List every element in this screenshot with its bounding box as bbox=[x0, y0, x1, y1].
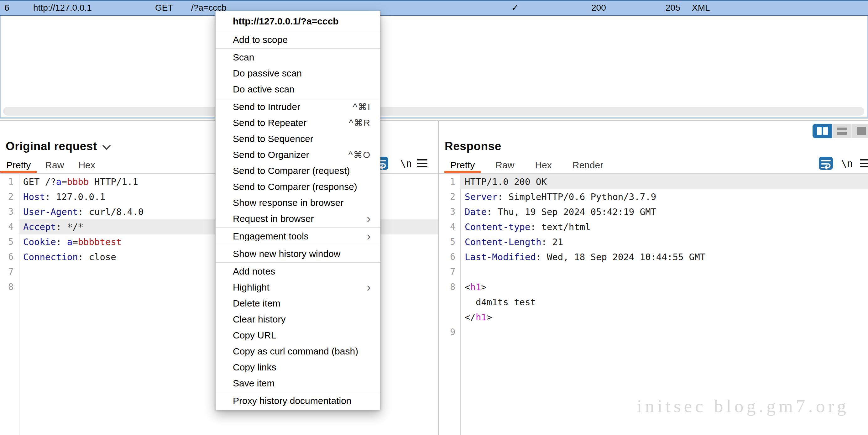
menu-item-label: Do passive scan bbox=[233, 68, 302, 79]
line-number: 3 bbox=[0, 204, 19, 219]
menu-item-label: Send to Repeater bbox=[233, 118, 307, 128]
menu-item-request-in-browser[interactable]: Request in browser› bbox=[216, 211, 380, 226]
menu-item-label: Delete item bbox=[233, 298, 280, 309]
menu-item-clear-history[interactable]: Clear history bbox=[216, 311, 380, 327]
menu-item-show-new-history-window[interactable]: Show new history window bbox=[216, 246, 380, 262]
menu-item-label: Scan bbox=[233, 52, 254, 63]
menu-separator bbox=[216, 48, 380, 49]
context-menu-title: http://127.0.0.1/?a=cccb bbox=[216, 12, 380, 30]
submenu-arrow-icon: › bbox=[367, 231, 371, 241]
code-line: 7 bbox=[439, 265, 868, 280]
editor-menu-icon[interactable] bbox=[417, 159, 427, 167]
menu-item-shortcut: ^⌘O bbox=[348, 150, 371, 160]
line-number: 6 bbox=[0, 249, 19, 265]
menu-item-label: Send to Intruder bbox=[233, 101, 300, 112]
code-line: 8<h1> bbox=[439, 280, 868, 294]
menu-separator bbox=[216, 98, 380, 98]
code-text: Accept: */* bbox=[19, 219, 83, 235]
menu-separator bbox=[216, 31, 380, 31]
menu-item-label: Add notes bbox=[233, 266, 275, 277]
watermark-text: initsec blog.gm7.org bbox=[637, 396, 849, 416]
menu-item-label: Send to Sequencer bbox=[233, 133, 313, 144]
line-number: 4 bbox=[439, 219, 460, 235]
menu-item-label: Show response in browser bbox=[233, 197, 344, 208]
menu-separator bbox=[216, 392, 380, 392]
tab-pretty[interactable]: Pretty bbox=[450, 158, 475, 173]
menu-item-label: Request in browser bbox=[233, 213, 314, 224]
code-text: Cookie: a=bbbbtest bbox=[19, 235, 122, 249]
editor-menu-icon[interactable] bbox=[860, 159, 868, 167]
menu-item-copy-links[interactable]: Copy links bbox=[216, 359, 380, 375]
menu-item-highlight[interactable]: Highlight› bbox=[216, 279, 380, 295]
menu-item-show-response-in-browser[interactable]: Show response in browser bbox=[216, 195, 380, 211]
code-text bbox=[460, 325, 465, 340]
menu-item-add-notes[interactable]: Add notes bbox=[216, 263, 380, 279]
word-wrap-toggle-icon[interactable] bbox=[819, 157, 833, 170]
menu-item-send-to-organizer[interactable]: Send to Organizer^⌘O bbox=[216, 147, 380, 163]
response-panel: Response PrettyRawHexRender \n 1HTTP/1.0… bbox=[439, 121, 868, 435]
menu-item-label: Add to scope bbox=[233, 34, 288, 45]
row-length: 205 bbox=[665, 1, 680, 15]
code-line: 9 bbox=[439, 325, 868, 340]
history-table-body[interactable] bbox=[0, 16, 868, 119]
horizontal-scrollbar[interactable] bbox=[3, 107, 864, 116]
menu-separator bbox=[216, 245, 380, 245]
layout-rows-button[interactable] bbox=[832, 124, 851, 138]
response-tab-bar: PrettyRawHexRender bbox=[439, 158, 868, 174]
tab-hex[interactable]: Hex bbox=[535, 158, 552, 173]
line-number: 9 bbox=[439, 325, 460, 340]
menu-item-send-to-intruder[interactable]: Send to Intruder^⌘I bbox=[216, 99, 380, 115]
code-text: Connection: close bbox=[19, 249, 116, 265]
code-text: GET /?a=bbbb HTTP/1.1 bbox=[19, 174, 138, 189]
tab-render[interactable]: Render bbox=[572, 158, 603, 173]
menu-item-shortcut: ^⌘R bbox=[349, 118, 371, 128]
menu-item-shortcut: ^⌘I bbox=[353, 101, 371, 112]
splitter-line bbox=[0, 120, 868, 121]
menu-item-delete-item[interactable]: Delete item bbox=[216, 295, 380, 311]
code-line: 3Date: Thu, 19 Sep 2024 05:42:19 GMT bbox=[439, 204, 868, 219]
row-id: 6 bbox=[4, 1, 9, 15]
context-menu: http://127.0.0.1/?a=cccb Add to scopeSca… bbox=[215, 11, 380, 410]
menu-item-label: Send to Comparer (response) bbox=[233, 182, 357, 192]
history-table-row-selected[interactable]: 6 http://127.0.0.1 GET /?a=cccb ✓ 200 20… bbox=[0, 0, 868, 16]
line-number: 7 bbox=[439, 265, 460, 280]
tab-pretty[interactable]: Pretty bbox=[6, 158, 31, 173]
line-number: 7 bbox=[0, 265, 19, 280]
panel-splitter[interactable] bbox=[438, 121, 439, 435]
show-newlines-toggle[interactable]: \n bbox=[841, 158, 852, 169]
line-number: 1 bbox=[439, 174, 460, 189]
response-title-row: Response bbox=[445, 139, 501, 154]
show-newlines-toggle[interactable]: \n bbox=[400, 158, 412, 169]
menu-item-scan[interactable]: Scan bbox=[216, 49, 380, 65]
row-host: http://127.0.0.1 bbox=[33, 1, 92, 15]
menu-item-add-to-scope[interactable]: Add to scope bbox=[216, 32, 380, 48]
chevron-down-icon bbox=[102, 145, 111, 150]
tab-raw[interactable]: Raw bbox=[495, 158, 514, 173]
line-number bbox=[439, 294, 460, 310]
code-text: <h1> bbox=[460, 280, 487, 294]
submenu-arrow-icon: › bbox=[367, 214, 371, 223]
menu-item-do-active-scan[interactable]: Do active scan bbox=[216, 81, 380, 97]
row-status-code: 200 bbox=[591, 1, 606, 15]
menu-item-copy-as-curl-command-bash[interactable]: Copy as curl command (bash) bbox=[216, 343, 380, 359]
menu-item-save-item[interactable]: Save item bbox=[216, 375, 380, 391]
menu-item-send-to-comparer-request[interactable]: Send to Comparer (request) bbox=[216, 163, 380, 179]
menu-item-do-passive-scan[interactable]: Do passive scan bbox=[216, 65, 380, 81]
code-text: User-Agent: curl/8.4.0 bbox=[19, 204, 144, 219]
menu-item-send-to-repeater[interactable]: Send to Repeater^⌘R bbox=[216, 115, 380, 131]
menu-item-label: Copy as curl command (bash) bbox=[233, 346, 358, 356]
line-number bbox=[439, 310, 460, 325]
menu-separator bbox=[216, 227, 380, 227]
menu-item-label: Engagement tools bbox=[233, 231, 309, 242]
menu-item-send-to-comparer-response[interactable]: Send to Comparer (response) bbox=[216, 179, 380, 195]
tab-hex[interactable]: Hex bbox=[78, 158, 95, 173]
menu-item-label: Send to Organizer bbox=[233, 150, 309, 160]
layout-columns-button[interactable] bbox=[812, 124, 832, 138]
menu-item-proxy-history-documentation[interactable]: Proxy history documentation bbox=[216, 393, 380, 409]
layout-single-button[interactable] bbox=[851, 124, 868, 138]
original-request-title-row[interactable]: Original request bbox=[6, 139, 111, 154]
menu-item-copy-url[interactable]: Copy URL bbox=[216, 327, 380, 343]
menu-item-engagement-tools[interactable]: Engagement tools› bbox=[216, 228, 380, 244]
menu-item-send-to-sequencer[interactable]: Send to Sequencer bbox=[216, 131, 380, 147]
tab-raw[interactable]: Raw bbox=[45, 158, 64, 173]
